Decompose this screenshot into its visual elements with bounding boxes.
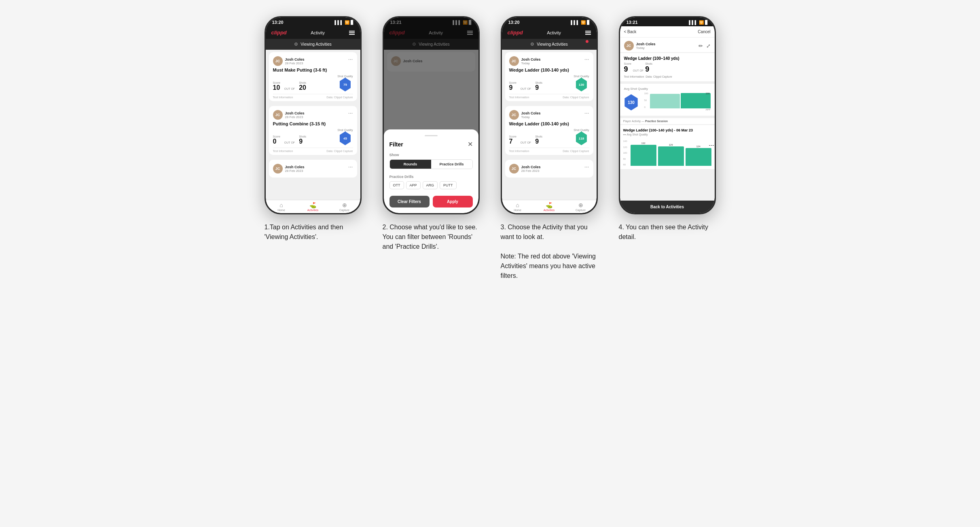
desc-4: 4. You can then see the Activity detail.: [619, 222, 716, 242]
hamburger-1[interactable]: [349, 31, 355, 35]
practice-session-row: Player Activity — Practice Session: [620, 118, 715, 124]
activities-icon-1: ⛳: [309, 202, 316, 208]
more-dots-3-1[interactable]: ···: [584, 56, 589, 62]
more-dots-3[interactable]: ···: [348, 164, 353, 169]
battery-icon-4: ▊: [705, 20, 708, 25]
viewing-bar-1[interactable]: ⚙ Viewing Activities: [266, 39, 360, 50]
settings-icon-3: ⚙: [530, 42, 534, 47]
filter-tab-rounds[interactable]: Rounds: [390, 160, 431, 169]
phone-4-screen: 13:21 ▌▌▌ 🛜 ▊ < Back Cancel: [620, 17, 715, 213]
user-date-1: 28 Feb 2023: [285, 61, 305, 65]
capture-icon-1: ⊕: [342, 202, 347, 208]
phone-col-2: 13:21 ▌▌▌ 🛜 ▊ clippd Activity ⚙ Viewing …: [379, 16, 484, 252]
wedge-section: Wedge Ladder (100–140 yds) Score 9 OUT O…: [620, 53, 715, 81]
activity-card-3-2[interactable]: JC Josh Coles Today ··· Wedge Ladder (10…: [505, 106, 593, 155]
card-header-2: JC Josh Coles 28 Feb 2023 ···: [273, 110, 353, 120]
tab-home-3[interactable]: ⌂ Home: [502, 202, 533, 212]
user-info-1: JC Josh Coles 28 Feb 2023: [273, 56, 305, 66]
more-dots-2[interactable]: ···: [348, 110, 353, 116]
tab-capture-1[interactable]: ⊕ Capture: [329, 202, 360, 212]
notch-1: [297, 17, 329, 26]
filter-tab-practice[interactable]: Practice Drills: [431, 160, 472, 169]
desc-3: 3. Choose the Activity that you want to …: [501, 222, 598, 281]
drill-tag-arg[interactable]: ARG: [423, 181, 438, 189]
clear-filters-button[interactable]: Clear Filters: [389, 196, 430, 207]
nav-title-1: Activity: [311, 30, 325, 35]
time-3: 13:20: [508, 20, 520, 25]
more-dots-3-2[interactable]: ···: [584, 110, 589, 116]
phone-4: 13:21 ▌▌▌ 🛜 ▊ < Back Cancel: [619, 16, 716, 214]
hamburger-3[interactable]: [585, 31, 591, 35]
back-button[interactable]: < Back: [624, 30, 637, 34]
sq-val-2: 45: [343, 137, 347, 140]
drill-tag-putt[interactable]: PUTT: [440, 181, 457, 189]
user-name-2: Josh Coles: [285, 111, 305, 115]
modal-handle: [425, 135, 438, 136]
detail-header: < Back Cancel: [620, 26, 715, 38]
phone-col-1: 13:20 ▌▌▌ 🛜 ▊ clippd Activity ⚙: [260, 16, 366, 242]
red-dot-3: [586, 40, 588, 43]
filter-modal-sheet: Filter ✕ Show Rounds Practice Drills Pra…: [384, 129, 478, 213]
tab-activities-1[interactable]: ⛳ Activities: [297, 202, 329, 212]
tab-bar-3: ⌂ Home ⛳ Activities ⊕ Capture: [502, 200, 597, 213]
drill-tags: OTT APP ARG PUTT: [389, 181, 473, 189]
time-4: 13:21: [627, 20, 638, 25]
edit-icon[interactable]: ✏: [698, 43, 703, 49]
expand-icon[interactable]: ⤢: [706, 43, 711, 49]
desc-2: 2. Choose what you'd like to see. You ca…: [383, 222, 480, 252]
activity-card-3-partial[interactable]: JC Josh Coles 28 Feb 2023 ···: [505, 160, 593, 178]
phone-1: 13:20 ▌▌▌ 🛜 ▊ clippd Activity ⚙: [265, 16, 362, 214]
signal-icon-4: ▌▌▌: [689, 20, 697, 25]
activity-detail-chart: Wedge Ladder (100–140 yds) - 06 Mar 23 •…: [620, 125, 715, 169]
phones-row: 13:20 ▌▌▌ 🛜 ▊ clippd Activity ⚙: [260, 16, 720, 281]
user-name-1: Josh Coles: [285, 57, 305, 61]
filter-modal-overlay: Filter ✕ Show Rounds Practice Drills Pra…: [384, 17, 478, 213]
tab-capture-3[interactable]: ⊕ Capture: [565, 202, 597, 212]
phone-col-4: 13:21 ▌▌▌ 🛜 ▊ < Back Cancel: [615, 16, 720, 242]
home-label-1: Home: [277, 209, 285, 212]
signal-icon: ▌▌▌: [334, 20, 343, 25]
back-to-activities-button[interactable]: Back to Activities: [620, 201, 715, 213]
settings-icon-1: ⚙: [294, 42, 298, 47]
more-dots-1[interactable]: ···: [348, 56, 353, 62]
desc-1: 1.Tap on Activities and then 'Viewing Ac…: [265, 222, 362, 242]
phone-col-3: 13:20 ▌▌▌ 🛜 ▊ clippd Activity ⚙ Viewing …: [497, 16, 602, 281]
viewing-bar-text-3: Viewing Activities: [537, 42, 568, 47]
viewing-bar-3[interactable]: ⚙ Viewing Activities: [502, 39, 597, 50]
stats-row-1: Score 10 OUT OF Shots 20 Shot Quality: [273, 75, 353, 91]
activity-card-3-1[interactable]: JC Josh Coles Today ··· Wedge Ladder (10…: [505, 52, 593, 101]
drill-tag-ott[interactable]: OTT: [389, 181, 404, 189]
activity-card-1[interactable]: JC Josh Coles 28 Feb 2023 ··· Must Make …: [269, 52, 357, 101]
activity-title-2: Putting Combine (3-15 ft): [273, 121, 353, 126]
activities-label-1: Activities: [307, 209, 319, 212]
battery-icon-3: ▊: [587, 20, 590, 25]
modal-header: Filter ✕: [389, 140, 473, 148]
sq-val-1: 75: [343, 83, 347, 87]
screen-content-4: JC Josh Coles Today ✏ ⤢: [620, 38, 715, 201]
status-icons-1: ▌▌▌ 🛜 ▊: [334, 20, 353, 25]
activity-title-1: Must Make Putting (3-6 ft): [273, 68, 353, 72]
avatar-2: JC: [273, 110, 283, 120]
logo-1: clippd: [271, 30, 287, 36]
close-icon[interactable]: ✕: [468, 140, 473, 148]
activity-card-2[interactable]: JC Josh Coles 28 Feb 2023 ··· Putting Co…: [269, 106, 357, 155]
activity-card-3-partial[interactable]: JC Josh Coles 28 Feb 2023 ···: [269, 160, 357, 178]
practice-drills-label: Practice Drills: [389, 175, 473, 179]
tab-home-1[interactable]: ⌂ Home: [266, 202, 297, 212]
phone-2: 13:21 ▌▌▌ 🛜 ▊ clippd Activity ⚙ Viewing …: [383, 16, 480, 214]
stat-shots-1: Shots 20: [299, 81, 306, 91]
viewing-bar-text-1: Viewing Activities: [301, 42, 332, 47]
user-date-2: 28 Feb 2023: [285, 115, 305, 119]
apply-button[interactable]: Apply: [433, 196, 473, 207]
notch-3: [533, 17, 565, 26]
tab-activities-3[interactable]: ⛳ Activities: [533, 202, 565, 212]
signal-icon-3: ▌▌▌: [571, 20, 579, 25]
drill-tag-app[interactable]: APP: [406, 181, 421, 189]
wifi-icon: 🛜: [345, 20, 349, 25]
cancel-button[interactable]: Cancel: [698, 30, 710, 34]
card-footer-1: Test Information Data: Clippd Capture: [273, 94, 353, 99]
card-header-1: JC Josh Coles 28 Feb 2023 ···: [273, 56, 353, 66]
wifi-icon-3: 🛜: [581, 20, 586, 25]
phone-3-screen: 13:20 ▌▌▌ 🛜 ▊ clippd Activity ⚙ Viewing …: [502, 17, 597, 213]
stats-row-2: Score 0 OUT OF Shots 9 Shot Quality: [273, 129, 353, 145]
